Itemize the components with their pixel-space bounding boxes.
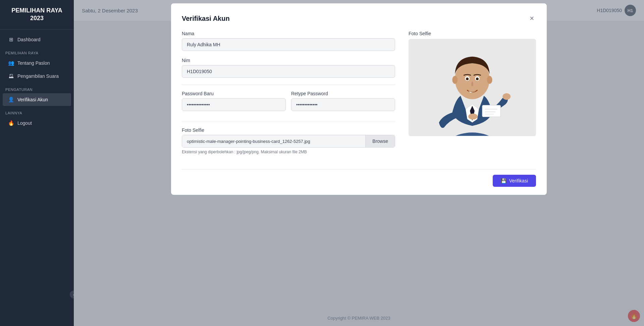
browse-button[interactable]: Browse — [365, 135, 395, 147]
sidebar-brand: PEMILIHAN RAYA 2023 — [0, 0, 74, 30]
sidebar-item-verifikasi-akun-label: Verifikasi Akun — [17, 97, 48, 102]
retype-password-group: Retype Password — [291, 91, 395, 111]
modal-photo-section: Foto Selfie — [409, 31, 536, 161]
modal-form: Nama Nim Password Baru — [182, 31, 395, 161]
foto-selfie-label: Foto Selfie — [182, 127, 395, 133]
svg-point-14 — [487, 76, 492, 84]
sidebar-item-pengambilan-suara[interactable]: 🗳 Pengambilan Suara — [3, 70, 71, 83]
dashboard-icon: ⊞ — [8, 37, 14, 43]
main-content-area: Sabtu, 2 Desember 2023 H1D019050 H1 Copy… — [74, 0, 644, 326]
svg-point-5 — [466, 77, 469, 80]
modal-header: Verifikasi Akun × — [182, 14, 536, 23]
password-baru-input[interactable] — [182, 98, 286, 111]
retype-password-label: Retype Password — [291, 91, 395, 96]
password-row: Password Baru Retype Password — [182, 91, 395, 118]
file-input-group: Browse — [182, 135, 395, 148]
sidebar: PEMILIHAN RAYA 2023 ⊞ Dashboard PEMILIHA… — [0, 0, 74, 326]
verify-button-label: Verifikasi — [509, 178, 528, 183]
modal-body: Nama Nim Password Baru — [182, 31, 536, 161]
file-hint: Ekstensi yang diperbolehkan : jpg/jpeg/p… — [182, 150, 395, 154]
photo-section-label: Foto Selfie — [409, 31, 536, 36]
sidebar-item-verifikasi-akun[interactable]: 👤 Verifikasi Akun — [3, 93, 71, 106]
logout-icon: 🔥 — [8, 120, 14, 126]
form-divider-2 — [182, 121, 395, 121]
verify-button[interactable]: 💾 Verifikasi — [493, 175, 536, 187]
nim-input[interactable] — [182, 65, 395, 78]
nama-label: Nama — [182, 31, 395, 36]
svg-rect-8 — [482, 105, 501, 117]
photo-preview-svg — [409, 39, 536, 136]
sidebar-item-tentang-paslon-label: Tentang Paslon — [17, 60, 50, 66]
sidebar-item-dashboard-label: Dashboard — [17, 37, 41, 42]
sidebar-item-logout[interactable]: 🔥 Logout — [3, 117, 71, 129]
password-baru-group: Password Baru — [182, 91, 286, 111]
password-baru-label: Password Baru — [182, 91, 286, 96]
modal-overlay: Verifikasi Akun × Nama Nim — [74, 0, 644, 326]
retype-password-input[interactable] — [291, 98, 395, 111]
nama-field-group: Nama — [182, 31, 395, 51]
nama-input[interactable] — [182, 38, 395, 51]
sidebar-nav: ⊞ Dashboard PEMILIHAN RAYA 👥 Tentang Pas… — [0, 30, 74, 326]
photo-preview — [409, 39, 536, 136]
verify-save-icon: 💾 — [501, 178, 506, 183]
svg-point-12 — [468, 113, 478, 119]
svg-point-13 — [452, 76, 458, 84]
modal-title: Verifikasi Akun — [182, 15, 230, 22]
sidebar-item-tentang-paslon[interactable]: 👥 Tentang Paslon — [3, 57, 71, 69]
nim-field-group: Nim — [182, 58, 395, 78]
file-input-text[interactable] — [182, 135, 365, 147]
svg-point-6 — [476, 77, 479, 80]
sidebar-group-lainnya: LAINNYA — [0, 106, 74, 116]
modal-close-button[interactable]: × — [528, 14, 536, 23]
form-divider — [182, 85, 395, 85]
sidebar-group-pemilihan-raya: PEMILIHAN RAYA — [0, 46, 74, 56]
sidebar-item-dashboard[interactable]: ⊞ Dashboard — [3, 33, 71, 46]
foto-selfie-group: Foto Selfie Browse Ekstensi yang diperbo… — [182, 127, 395, 154]
modal-footer: 💾 Verifikasi — [182, 169, 536, 187]
sidebar-item-logout-label: Logout — [17, 120, 32, 126]
nim-label: Nim — [182, 58, 395, 63]
pengambilan-suara-icon: 🗳 — [8, 73, 14, 79]
sidebar-group-pengaturan: PENGATURAN — [0, 83, 74, 93]
sidebar-item-pengambilan-suara-label: Pengambilan Suara — [17, 73, 59, 79]
tentang-paslon-icon: 👥 — [8, 60, 14, 66]
svg-point-7 — [502, 93, 511, 100]
verifikasi-akun-icon: 👤 — [8, 97, 14, 103]
verifikasi-akun-modal: Verifikasi Akun × Nama Nim — [171, 3, 547, 195]
